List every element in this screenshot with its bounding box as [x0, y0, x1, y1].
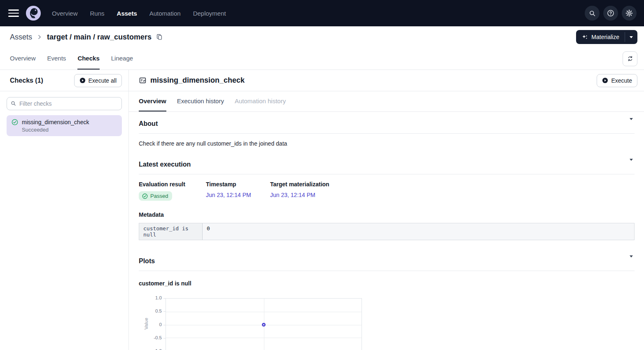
y-tick: 0.5	[145, 308, 162, 313]
plot-area	[166, 298, 362, 350]
metadata-value: 0	[203, 223, 634, 240]
about-heading: About	[139, 120, 158, 127]
evaluation-result-header: Evaluation result	[139, 181, 206, 188]
materialize-button[interactable]: Materialize	[576, 30, 625, 44]
timestamp-link[interactable]: Jun 23, 12:14 PM	[206, 192, 251, 198]
search-icon	[10, 100, 16, 107]
top-nav: Overview Runs Assets Automation Deployme…	[0, 0, 644, 26]
tab-lineage[interactable]: Lineage	[111, 48, 133, 70]
check-plot: Value 1.0 0.5 0 -0.5 -1.0 Jun 23,	[139, 297, 635, 350]
dagster-logo[interactable]	[26, 5, 41, 21]
metadata-heading: Metadata	[139, 211, 635, 218]
check-status: Succeeded	[22, 127, 117, 133]
timestamp-header: Timestamp	[206, 181, 270, 188]
help-button[interactable]	[603, 6, 618, 21]
evaluation-result-value: Passed	[150, 193, 168, 199]
target-materialization-header: Target materialization	[270, 181, 329, 188]
execute-all-button[interactable]: Execute all	[74, 74, 122, 87]
check-detail-panel: missing_dimension_check Execute Overview…	[129, 70, 644, 350]
execute-all-label: Execute all	[89, 77, 117, 84]
nav-item-automation[interactable]: Automation	[149, 10, 181, 17]
asset-path: target / main / raw_customers	[47, 33, 152, 42]
help-icon	[607, 9, 615, 17]
collapse-latest-execution-button[interactable]	[628, 160, 635, 169]
tab-execution-history[interactable]: Execution history	[177, 91, 224, 111]
tab-events[interactable]: Events	[47, 48, 66, 70]
data-point[interactable]	[262, 323, 266, 327]
tab-overview[interactable]: Overview	[10, 48, 36, 70]
target-materialization-link[interactable]: Jun 23, 12:14 PM	[270, 192, 315, 198]
execute-button[interactable]: Execute	[597, 74, 637, 87]
latest-execution-heading: Latest execution	[139, 161, 191, 168]
search-icon	[588, 9, 596, 17]
collapse-about-button[interactable]	[628, 119, 635, 128]
breadcrumb-assets-link[interactable]: Assets	[10, 33, 32, 42]
chevron-down-icon	[630, 255, 633, 264]
y-tick: -1.0	[145, 348, 162, 350]
nav-item-deployment[interactable]: Deployment	[193, 10, 226, 17]
nav-item-overview[interactable]: Overview	[52, 10, 78, 17]
copy-icon[interactable]	[156, 33, 163, 41]
check-list-item[interactable]: missing_dimension_check Succeeded	[7, 115, 122, 136]
nav-item-runs[interactable]: Runs	[90, 10, 105, 17]
collapse-plots-button[interactable]	[628, 257, 635, 266]
check-detail-title: missing_dimension_check	[150, 76, 245, 85]
chevron-down-icon	[630, 159, 633, 168]
status-badge: Passed	[139, 191, 172, 201]
nav-item-assets[interactable]: Assets	[117, 10, 137, 17]
tab-check-overview[interactable]: Overview	[139, 91, 166, 111]
play-icon	[602, 77, 608, 83]
filter-checks-input[interactable]	[7, 97, 122, 110]
checks-panel-title: Checks (1)	[10, 77, 43, 84]
metadata-key: customer_id is null	[139, 223, 203, 240]
menu-icon[interactable]	[8, 9, 19, 17]
asset-tab-bar: Overview Events Checks Lineage	[0, 48, 644, 70]
materialize-split-button: Materialize	[576, 30, 637, 44]
tab-checks[interactable]: Checks	[77, 48, 99, 70]
refresh-icon	[627, 55, 634, 62]
y-tick: 1.0	[145, 295, 162, 300]
refresh-button[interactable]	[623, 51, 637, 66]
gear-icon	[625, 9, 633, 17]
tab-automation-history[interactable]: Automation history	[235, 91, 286, 111]
fact-check-icon	[139, 76, 147, 84]
check-name: missing_dimension_check	[22, 119, 89, 125]
check-circle-icon	[142, 193, 148, 199]
checks-panel: Checks (1) Execute all missing_dimension…	[0, 70, 129, 350]
execute-label: Execute	[611, 77, 632, 84]
play-icon	[79, 77, 86, 83]
y-tick: -0.5	[145, 335, 162, 340]
chevron-right-icon	[36, 34, 43, 40]
check-circle-icon	[12, 119, 18, 125]
materialize-label: Materialize	[591, 34, 619, 40]
chevron-down-icon	[630, 36, 633, 38]
search-button[interactable]	[585, 6, 600, 21]
plots-heading: Plots	[139, 257, 155, 265]
check-detail-tab-bar: Overview Execution history Automation hi…	[129, 91, 644, 112]
materialize-dropdown-button[interactable]	[625, 30, 637, 44]
primary-nav: Overview Runs Assets Automation Deployme…	[52, 10, 226, 17]
sparkle-icon	[581, 34, 588, 41]
settings-button[interactable]	[622, 6, 637, 21]
about-description: Check if there are any null customer_ids…	[139, 140, 635, 147]
metadata-table: customer_id is null 0	[139, 223, 635, 240]
plot-title: customer_id is null	[139, 280, 635, 287]
breadcrumb-row: Assets target / main / raw_customers Mat…	[0, 26, 644, 48]
y-tick: 0	[145, 322, 162, 327]
chevron-down-icon	[630, 118, 633, 127]
